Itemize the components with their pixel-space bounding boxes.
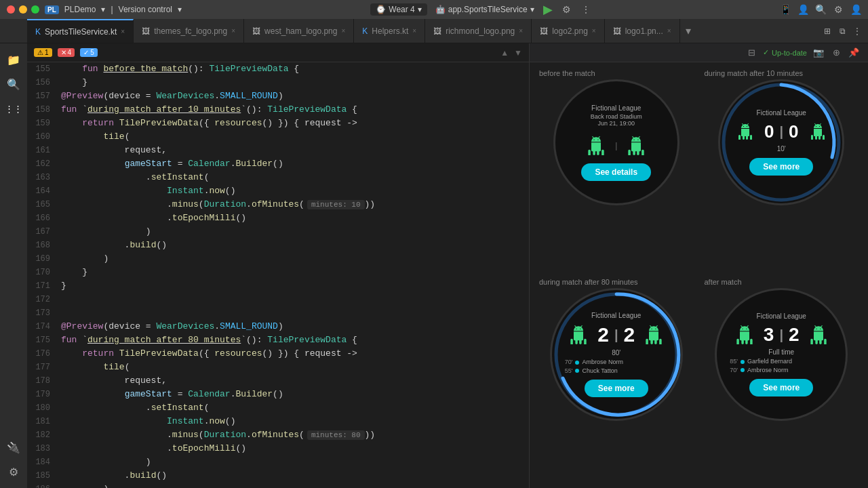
settings-icon[interactable]: ⚙ [561,4,572,15]
more-options-icon[interactable]: ⋮ [580,4,591,15]
maximize-button[interactable] [31,5,39,14]
match-status: Full time [768,348,794,356]
code-line: 181 Instant.now() [27,415,529,428]
close-button[interactable] [7,5,15,14]
watch-after-match: Fictional League 3 | 2 [717,290,846,419]
up-to-date-status: ✓ Up-to-date [763,48,807,57]
code-line: 179 gameStart = Calendar.Builder() [27,388,529,401]
tab-themes-logo[interactable]: 🖼 themes_fc_logo.png × [134,19,244,43]
watch-before-match: Fictional League Back road Stadium Jun 2… [555,81,677,203]
editor-toolbar: ⚠ 1 ✕ 4 ✓ 5 ▲ ▼ [27,43,529,62]
code-content[interactable]: 155 fun before_the_match(): TilePreviewD… [27,62,529,488]
profile-icon[interactable]: 👤 [797,4,808,15]
status-text: Up-to-date [772,49,807,57]
android-icon: 🤖 [435,5,446,14]
code-line: 155 fun before_the_match(): TilePreviewD… [27,62,529,76]
nav-up-icon[interactable]: ▲ [500,48,509,58]
settings-activity-icon[interactable]: ⚙ [3,461,24,483]
tab-close-icon[interactable]: × [121,28,125,35]
error-badge: ✕ 4 [58,48,75,57]
tab-close-icon[interactable]: × [667,27,671,35]
tab-label: Helpers.kt [372,26,408,36]
code-line: 183 .toEpochMilli() [27,442,529,455]
scorer-dot [741,360,745,364]
play-button[interactable]: ▶ [542,4,553,15]
scorer-row: 70' Ambrose Norm [730,366,833,375]
watch-date: Jun 21, 19:00 [597,120,635,127]
gear-icon[interactable]: ⚙ [833,4,844,15]
app-name: PLDemo [64,5,96,14]
code-line: 178 request, [27,374,529,388]
preview-label: during match after 80 minutes [536,278,638,286]
tab-label: west_ham_logo.png [264,26,337,36]
pin-icon[interactable]: 📌 [848,47,860,59]
team1-logo [585,135,607,157]
svg-point-0 [724,85,839,200]
code-line: 173 [27,306,529,320]
scorer-minute: 85' [730,357,738,366]
minimize-button[interactable] [19,5,27,14]
score-display: 3 | 2 [764,324,800,346]
scorer-dot [741,368,745,372]
service-chevron-icon: ▾ [530,5,534,14]
img-icon: 🖼 [540,26,548,36]
code-line: 167 ) [27,225,529,239]
device-icon[interactable]: 📱 [780,4,791,15]
user-icon[interactable]: 👤 [850,4,861,15]
grid-view-icon[interactable]: ⊟ [745,47,757,59]
preview-cell-during-10: during match after 10 minutes Fictional … [702,69,862,272]
editor-layout-icon[interactable]: ⊞ [822,26,833,37]
tab-logo2[interactable]: 🖼 logo2.png × [532,19,605,43]
more-editor-icon[interactable]: ⋮ [852,26,863,37]
camera-icon[interactable]: 📷 [812,47,825,59]
tab-sports-tile[interactable]: K SportsTileService.kt × [27,19,134,43]
watch-league: Fictional League [757,312,806,320]
search-icon[interactable]: 🔍 [815,4,826,15]
chevron-icon[interactable]: ▾ [101,5,105,14]
search-activity-icon[interactable]: 🔍 [3,73,24,95]
version-chevron-icon[interactable]: ▾ [178,5,182,14]
code-line: 182 .minus(Duration.ofMinutes(minutes: 8… [27,428,529,442]
tab-close-icon[interactable]: × [341,27,345,35]
code-line: 172 [27,293,529,306]
code-line: 175 fun `during match after 80 minutes`(… [27,333,529,347]
service-selector[interactable]: 🤖 app.SportsTileService ▾ [435,5,534,14]
scorer-info: 85' Garfield Bernard 70' Ambrose Norm [730,357,833,374]
plugin-icon[interactable]: 🔌 [3,436,24,458]
title-bar: PL PLDemo ▾ | Version control ▾ ⌚ Wear 4… [0,0,868,19]
preview-header: ⊟ ✓ Up-to-date 📷 ⊕ 📌 [530,43,868,62]
team2-logo [625,135,647,157]
tab-logo1[interactable]: 🖼 logo1.pn... × [605,19,680,43]
tab-overflow-button[interactable]: ▾ [680,19,696,43]
tab-helpers[interactable]: K Helpers.kt × [354,19,425,43]
img-icon: 🖼 [252,26,260,36]
tab-close-icon[interactable]: × [231,27,235,35]
tab-close-icon[interactable]: × [412,27,416,35]
img-icon: 🖼 [142,26,150,36]
zoom-icon[interactable]: ⊕ [830,47,842,59]
tab-west-ham[interactable]: 🖼 west_ham_logo.png × [244,19,354,43]
see-details-button[interactable]: See details [581,163,651,181]
code-line: 158 fun `during match after 10 minutes`(… [27,103,529,117]
nav-down-icon[interactable]: ▼ [514,48,522,58]
code-line: 160 tile( [27,130,529,144]
split-editor-icon[interactable]: ⧉ [837,26,848,37]
code-line: 164 Instant.now() [27,184,529,198]
team2-logo [808,324,829,346]
code-line: 169 ) [27,252,529,266]
wear-device-selector[interactable]: ⌚ Wear 4 ▾ [370,3,427,16]
preview-label: after match [702,278,742,286]
source-control-icon[interactable]: ⋮⋮ [3,98,24,119]
see-more-button-after[interactable]: See more [749,379,813,396]
app-info: PL PLDemo ▾ | Version control ▾ [45,5,182,14]
tab-close-icon[interactable]: × [592,27,596,35]
code-line: 166 .toEpochMilli() [27,211,529,225]
watch-stadium: Back road Stadium [591,113,642,120]
tab-label: logo2.png [552,26,588,36]
window-controls[interactable] [7,5,39,14]
scorer-name: Garfield Bernard [747,357,792,366]
explorer-icon[interactable]: 📁 [3,49,24,70]
tab-close-icon[interactable]: × [519,27,523,35]
preview-label: before the match [536,69,595,77]
tab-richmond-logo[interactable]: 🖼 richmond_logo.png × [425,19,532,43]
